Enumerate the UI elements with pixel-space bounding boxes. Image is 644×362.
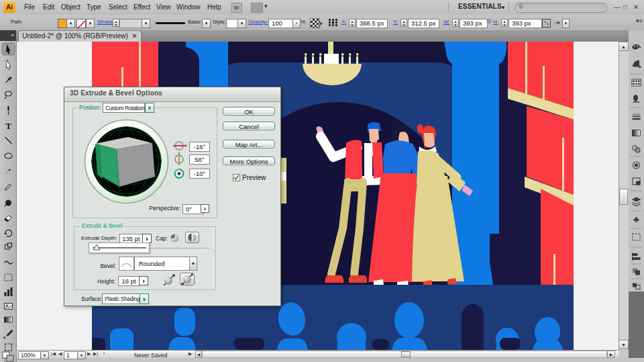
svg-text:T: T [5, 121, 11, 131]
svg-text:♣: ♣ [633, 214, 639, 224]
